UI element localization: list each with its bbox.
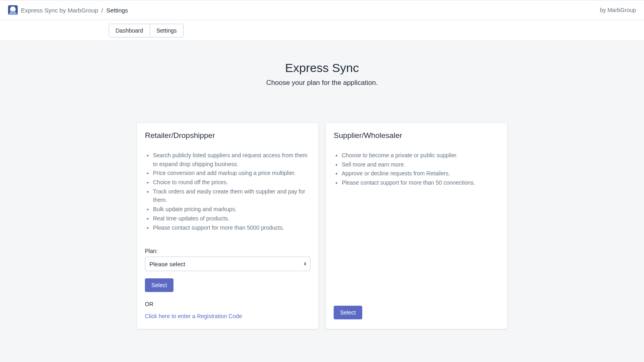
or-divider-text: OR bbox=[145, 301, 310, 307]
feature-item: Bulk update pricing and markups. bbox=[153, 205, 310, 214]
retailer-card-title: Retailer/Dropshipper bbox=[145, 131, 310, 140]
supplier-feature-list: Choose to become a private or public sup… bbox=[334, 151, 499, 250]
feature-item: Search publicly listed suppliers and req… bbox=[153, 151, 310, 169]
app-logo-icon bbox=[8, 5, 18, 15]
tab-dashboard[interactable]: Dashboard bbox=[109, 24, 150, 37]
tab-settings[interactable]: Settings bbox=[150, 24, 184, 37]
feature-item: Choose to become a private or public sup… bbox=[342, 151, 499, 160]
top-bar: Express Sync by MarbGroup / Settings by … bbox=[0, 0, 644, 20]
feature-item: Approve or decline requests from Retaile… bbox=[342, 169, 499, 178]
supplier-card-title: Supplier/Wholesaler bbox=[334, 131, 499, 140]
retailer-feature-list: Search publicly listed suppliers and req… bbox=[145, 151, 310, 232]
header-byline: by MarbGroup bbox=[600, 7, 636, 13]
feature-item: Track orders and easily create them with… bbox=[153, 187, 310, 205]
tabs-bar: Dashboard Settings bbox=[0, 20, 644, 41]
plan-select-wrap: Please select bbox=[145, 257, 310, 271]
retailer-card: Retailer/Dropshipper Search publicly lis… bbox=[137, 123, 318, 329]
feature-item: Sell more and earn more. bbox=[342, 160, 499, 169]
page-subtitle: Choose your plan for the application. bbox=[137, 79, 507, 87]
feature-item: Real time updates of products. bbox=[153, 214, 310, 223]
tabs-group: Dashboard Settings bbox=[109, 24, 184, 37]
plan-cards-row: Retailer/Dropshipper Search publicly lis… bbox=[137, 123, 507, 329]
retailer-select-button[interactable]: Select bbox=[145, 278, 173, 292]
supplier-button-wrap: Select bbox=[334, 250, 499, 319]
feature-item: Choice to round off the prices. bbox=[153, 178, 310, 187]
plan-section: Plan: Please select Select OR Click here… bbox=[145, 248, 310, 319]
page-title: Express Sync bbox=[137, 61, 507, 75]
breadcrumb-current-page: Settings bbox=[106, 7, 128, 14]
main-content: Express Sync Choose your plan for the ap… bbox=[121, 41, 523, 345]
feature-item: Please contact support for more than 50 … bbox=[342, 179, 499, 187]
feature-item: Please contact support for more than 500… bbox=[153, 224, 310, 232]
registration-code-link[interactable]: Click here to enter a Registration Code bbox=[145, 313, 242, 319]
supplier-card: Supplier/Wholesaler Choose to become a p… bbox=[326, 123, 507, 329]
breadcrumb: Express Sync by MarbGroup / Settings bbox=[8, 5, 128, 15]
plan-label: Plan: bbox=[145, 248, 310, 254]
supplier-select-button[interactable]: Select bbox=[334, 306, 362, 319]
breadcrumb-app-name[interactable]: Express Sync by MarbGroup bbox=[21, 7, 98, 14]
plan-select[interactable]: Please select bbox=[145, 257, 310, 271]
breadcrumb-separator: / bbox=[101, 7, 103, 14]
feature-item: Price conversion and add markup using a … bbox=[153, 169, 310, 178]
